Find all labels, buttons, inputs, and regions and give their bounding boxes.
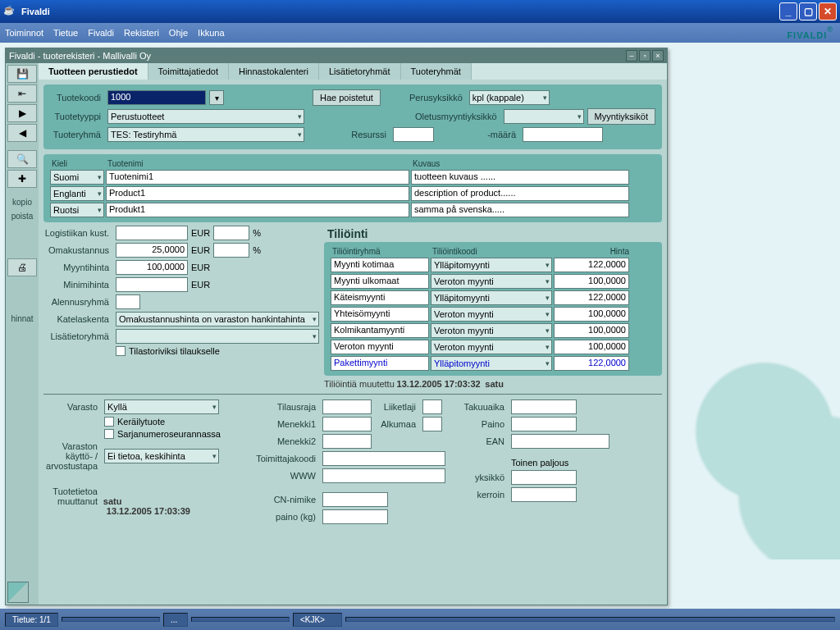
tili-koodi-6[interactable]: Ylläpitomyynti — [431, 356, 552, 371]
tuotenimi-input-1[interactable]: Product1 — [106, 186, 409, 201]
tili-ryhma-2[interactable]: Käteismyynti — [331, 290, 429, 305]
omakust-pct-input[interactable] — [213, 243, 249, 258]
tili-hinta-2[interactable]: 122,0000 — [554, 290, 629, 305]
minimize-button[interactable]: _ — [779, 2, 797, 21]
kerroin-input[interactable] — [511, 487, 577, 502]
menu-ikkuna[interactable]: Ikkuna — [198, 28, 224, 38]
inner-restore-button[interactable]: ▫ — [639, 50, 651, 62]
tili-koodi-0[interactable]: Ylläpitomyynti — [431, 258, 552, 272]
tuotekoodi-lookup-icon[interactable]: ▾ — [209, 90, 224, 105]
maara-input[interactable] — [523, 127, 603, 142]
menu-tietue[interactable]: Tietue — [53, 28, 78, 38]
status-cell-2 — [62, 617, 160, 622]
tilausraja-input[interactable] — [322, 399, 372, 414]
close-button[interactable]: ✕ — [819, 2, 837, 21]
oletusmyyntiyksikko-select[interactable] — [504, 109, 584, 124]
tuoteryhma-select[interactable]: TES: Testiryhmä — [107, 127, 304, 142]
kerailytuote-checkbox[interactable]: Keräilytuote — [104, 417, 165, 427]
liiketlaji-input[interactable] — [422, 399, 442, 414]
omakust-input[interactable]: 25,0000 — [116, 243, 188, 258]
tuotenimi-input-2[interactable]: Produkt1 — [106, 203, 409, 217]
menu-ohje[interactable]: Ohje — [169, 28, 188, 38]
kuvaus-input-1[interactable]: description of product...... — [411, 186, 629, 201]
tuotenimi-input-0[interactable]: Tuotenimi1 — [106, 170, 409, 185]
tili-hinta-0[interactable]: 122,0000 — [554, 258, 629, 272]
tili-ryhma-3[interactable]: Yhteisömyynti — [331, 307, 429, 322]
tuotekoodi-input[interactable]: 1000 — [107, 90, 206, 105]
print-icon[interactable]: 🖨 — [7, 258, 37, 276]
tili-hinta-5[interactable]: 100,0000 — [554, 340, 629, 354]
inner-minimize-button[interactable]: – — [626, 50, 637, 62]
eur-label-1: EUR — [191, 228, 210, 238]
tili-hinta-6[interactable]: 122,0000 — [554, 356, 629, 371]
tab-tuoteryhmat[interactable]: Tuoteryhmät — [401, 63, 472, 80]
logkust-pct-input[interactable] — [213, 226, 249, 240]
save-icon[interactable]: 💾 — [7, 65, 37, 83]
tilastoriviksi-checkbox[interactable]: Tilastoriviksi tilaukselle — [116, 346, 220, 356]
resurssi-input[interactable] — [393, 127, 434, 142]
kuvaus-input-2[interactable]: samma på svenska..... — [411, 203, 629, 217]
new-icon[interactable]: ✚ — [7, 170, 37, 188]
menu-toiminnot[interactable]: Toiminnot — [5, 28, 43, 38]
yksikko-input[interactable] — [511, 470, 577, 485]
kieli-select-1[interactable]: Englanti — [50, 186, 104, 201]
perusyksikko-select[interactable]: kpl (kappale) — [469, 90, 550, 105]
varasto-select[interactable]: Kyllä — [104, 399, 219, 414]
takuuaika-label: Takuuaika — [454, 402, 508, 412]
logkust-input[interactable] — [116, 226, 188, 240]
search-icon[interactable]: 🔍 — [7, 150, 37, 168]
tili-hinta-3[interactable]: 100,0000 — [554, 307, 629, 322]
menekki1-input[interactable] — [322, 417, 372, 431]
takuuaika-input[interactable] — [511, 399, 577, 414]
tili-koodi-2[interactable]: Ylläpitomyynti — [431, 290, 552, 305]
menekki2-input[interactable] — [322, 434, 372, 449]
poista-button[interactable]: poista — [7, 210, 37, 222]
tilastoriviksi-label: Tilastoriviksi tilaukselle — [129, 346, 220, 356]
tili-koodi-3[interactable]: Veroton myynti — [431, 307, 552, 322]
tili-ryhma-0[interactable]: Myynti kotimaa — [331, 258, 429, 272]
tili-ryhma-4[interactable]: Kolmikantamyynti — [331, 323, 429, 338]
www-input[interactable] — [322, 468, 445, 483]
tili-ryhma-5[interactable]: Veroton myynti — [331, 340, 429, 354]
tili-koodi-5[interactable]: Veroton myynti — [431, 340, 552, 354]
tab-lisatietoryhmat[interactable]: Lisätietoryhmät — [319, 63, 401, 80]
kieli-select-2[interactable]: Ruotsi — [50, 203, 104, 217]
hinnat-button[interactable]: hinnat — [7, 313, 37, 325]
workspace: Fivaldi - tuoterekisteri - Mallivalli Oy… — [0, 43, 840, 609]
toimittajakoodi-input[interactable] — [322, 451, 445, 466]
tili-ryhma-1[interactable]: Myynti ulkomaat — [331, 274, 429, 289]
ean-input[interactable] — [511, 434, 609, 449]
hae-poistetut-button[interactable]: Hae poistetut — [313, 89, 381, 106]
tab-perustiedot[interactable]: Tuotteen perustiedot — [39, 63, 148, 80]
menu-rekisteri[interactable]: Rekisteri — [124, 28, 159, 38]
tili-koodi-1[interactable]: Veroton myynti — [431, 274, 552, 289]
tili-koodi-4[interactable]: Veroton myynti — [431, 323, 552, 338]
katelaskenta-select[interactable]: Omakustannushinta on varaston hankintahi… — [116, 312, 319, 326]
alennusryhma-input[interactable] — [116, 294, 140, 309]
next-icon[interactable]: ▶ — [7, 104, 37, 122]
vkaytto-select[interactable]: Ei tietoa, keskihinta — [104, 449, 219, 463]
paino-input[interactable] — [511, 417, 577, 431]
myyntihinta-input[interactable]: 100,0000 — [116, 260, 188, 275]
maximize-button[interactable]: ▢ — [799, 2, 817, 21]
kopio-button[interactable]: kopio — [7, 196, 37, 208]
tab-toimittajatiedot[interactable]: Toimittajatiedot — [148, 63, 229, 80]
cnnimike-input[interactable] — [322, 492, 388, 507]
inner-close-button[interactable]: × — [652, 50, 664, 62]
lisatietoryhma-select[interactable] — [116, 329, 319, 344]
sarjanumero-checkbox[interactable]: Sarjanumeroseurannassa — [104, 429, 221, 439]
kieli-select-0[interactable]: Suomi — [50, 170, 104, 185]
kuvaus-input-0[interactable]: tuotteen kuvaus ...... — [411, 170, 629, 185]
minimihinta-input[interactable] — [116, 277, 188, 292]
prev-icon[interactable]: ◀ — [7, 124, 37, 142]
tab-hinnastokalenteri[interactable]: Hinnastokalenteri — [229, 63, 319, 80]
alkumaa-input[interactable] — [422, 417, 442, 431]
tili-hinta-4[interactable]: 100,0000 — [554, 323, 629, 338]
painokg-input[interactable] — [322, 509, 388, 524]
exit-icon[interactable]: ⇤ — [7, 84, 37, 103]
tuotetyyppi-select[interactable]: Perustuotteet — [107, 109, 304, 124]
myyntiyksikot-button[interactable]: Myyntiyksiköt — [587, 108, 655, 125]
tili-ryhma-6[interactable]: Pakettimyynti — [331, 356, 429, 371]
tili-hinta-1[interactable]: 100,0000 — [554, 274, 629, 289]
menu-fivaldi[interactable]: Fivaldi — [88, 28, 114, 38]
